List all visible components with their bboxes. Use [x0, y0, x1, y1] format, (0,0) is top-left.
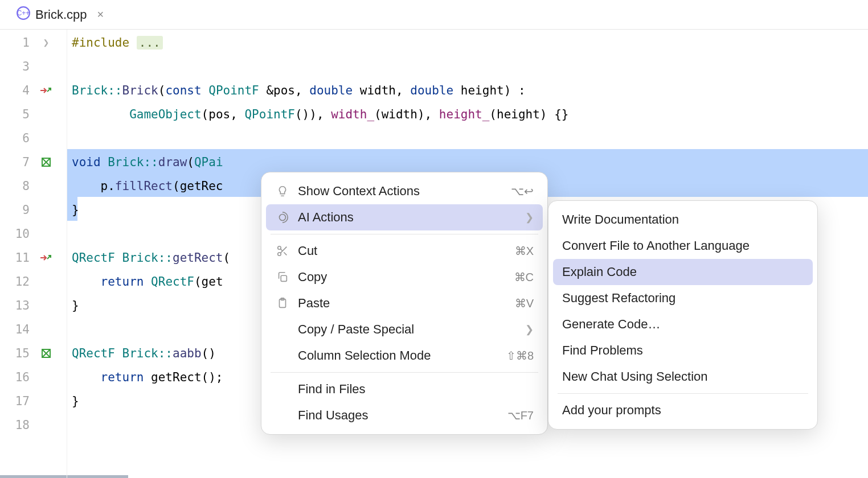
menu-label: Find in Files	[298, 382, 534, 397]
line-number: 3	[0, 55, 30, 79]
tab-bar: C++ Brick.cpp ×	[0, 0, 868, 30]
menu-divider	[271, 372, 538, 373]
line-number: 7	[0, 150, 30, 174]
chevron-right-icon: ❯	[525, 211, 534, 224]
code-line: void Brick::draw(QPai	[72, 150, 868, 174]
code-line: Brick::Brick(const QPointF &pos, double …	[72, 79, 868, 102]
run-marker-icon[interactable]	[39, 253, 53, 262]
fold-icon[interactable]: ❯	[43, 31, 50, 55]
run-marker-icon[interactable]	[39, 86, 53, 95]
line-number: 1	[0, 31, 30, 55]
empty-icon	[275, 322, 290, 337]
line-number: 16	[0, 365, 30, 389]
editor-tab[interactable]: C++ Brick.cpp ×	[7, 1, 113, 28]
svg-text:C++: C++	[17, 9, 30, 17]
menu-label: Copy	[298, 270, 506, 285]
empty-icon	[275, 348, 290, 363]
code-line	[72, 126, 868, 150]
clipboard-icon	[275, 296, 290, 311]
svg-point-4	[278, 253, 281, 256]
ai-actions-submenu: Write Documentation Convert File to Anot…	[548, 200, 818, 430]
menu-shortcut: ⌥F7	[507, 409, 534, 422]
line-number: 9	[0, 198, 30, 222]
submenu-item-add-prompts[interactable]: Add your prompts	[553, 397, 813, 423]
menu-label: Find Problems	[562, 343, 804, 358]
line-number: 17	[0, 389, 30, 413]
menu-label: Column Selection Mode	[298, 348, 498, 363]
ai-icon	[275, 210, 290, 225]
menu-item-cut[interactable]: Cut ⌘X	[266, 238, 543, 264]
empty-icon	[275, 408, 290, 423]
menu-divider	[271, 234, 538, 234]
menu-label: Paste	[298, 296, 507, 311]
menu-item-find-in-files[interactable]: Find in Files	[266, 376, 543, 402]
menu-item-copy[interactable]: Copy ⌘C	[266, 264, 543, 290]
code-line: #include ...	[72, 31, 868, 55]
submenu-item-write-doc[interactable]: Write Documentation	[553, 207, 813, 233]
submenu-item-generate-code[interactable]: Generate Code…	[553, 311, 813, 337]
menu-item-paste[interactable]: Paste ⌘V	[266, 290, 543, 316]
menu-shortcut: ⌘X	[515, 244, 534, 258]
menu-label: Generate Code…	[562, 317, 804, 332]
override-icon[interactable]	[40, 156, 52, 168]
empty-icon	[275, 382, 290, 397]
code-line: GameObject(pos, QPointF()), width_(width…	[72, 102, 868, 126]
line-number: 5	[0, 102, 30, 126]
menu-shortcut: ⌥↩	[511, 184, 534, 198]
code-line	[72, 55, 868, 79]
submenu-item-explain-code[interactable]: Explain Code	[553, 259, 813, 285]
menu-label: Show Context Actions	[298, 184, 503, 199]
submenu-item-new-chat[interactable]: New Chat Using Selection	[553, 364, 813, 390]
close-icon[interactable]: ×	[97, 8, 104, 21]
line-number: 6	[0, 126, 30, 150]
line-number: 8	[0, 174, 30, 198]
line-number: 14	[0, 318, 30, 341]
menu-label: AI Actions	[298, 210, 517, 225]
menu-label: New Chat Using Selection	[562, 369, 804, 384]
menu-shortcut: ⇧⌘8	[506, 349, 534, 362]
menu-label: Add your prompts	[562, 403, 804, 418]
svg-point-3	[278, 246, 281, 250]
line-number: 12	[0, 270, 30, 294]
context-menu: Show Context Actions ⌥↩ AI Actions ❯ Cut…	[261, 172, 548, 435]
tab-filename: Brick.cpp	[35, 7, 87, 22]
menu-shortcut: ⌘V	[515, 296, 534, 310]
menu-shortcut: ⌘C	[514, 270, 534, 284]
override-icon[interactable]	[40, 347, 52, 360]
line-number: 10	[0, 222, 30, 246]
menu-label: Copy / Paste Special	[298, 322, 517, 337]
submenu-item-convert-file[interactable]: Convert File to Another Language	[553, 233, 813, 259]
cpp-file-icon: C++	[16, 6, 31, 24]
menu-divider	[558, 393, 808, 394]
menu-item-find-usages[interactable]: Find Usages ⌥F7	[266, 402, 543, 428]
scissors-icon	[275, 244, 290, 258]
gutter: 1❯ 3 4 5 6 7 8 9 10 11 12 13 14 15 16 17…	[0, 30, 67, 478]
line-number: 4	[0, 79, 30, 102]
line-number: 11	[0, 246, 30, 270]
svg-point-2	[280, 215, 286, 221]
line-number: 18	[0, 413, 30, 437]
menu-item-column-selection[interactable]: Column Selection Mode ⇧⌘8	[266, 343, 543, 369]
menu-item-context-actions[interactable]: Show Context Actions ⌥↩	[266, 178, 543, 204]
menu-label: Write Documentation	[562, 212, 804, 227]
lightbulb-icon	[275, 184, 290, 199]
menu-label: Convert File to Another Language	[562, 238, 804, 253]
line-number: 15	[0, 341, 30, 365]
copy-icon	[275, 270, 290, 285]
menu-label: Find Usages	[298, 408, 499, 423]
submenu-item-find-problems[interactable]: Find Problems	[553, 337, 813, 364]
line-number: 13	[0, 294, 30, 318]
chevron-right-icon: ❯	[525, 323, 534, 336]
svg-rect-5	[281, 275, 286, 281]
menu-item-ai-actions[interactable]: AI Actions ❯	[266, 204, 543, 230]
submenu-item-suggest-refactoring[interactable]: Suggest Refactoring	[553, 285, 813, 311]
menu-label: Explain Code	[562, 265, 804, 279]
menu-label: Cut	[298, 244, 507, 258]
menu-item-copy-paste-special[interactable]: Copy / Paste Special ❯	[266, 316, 543, 343]
menu-label: Suggest Refactoring	[562, 291, 804, 306]
